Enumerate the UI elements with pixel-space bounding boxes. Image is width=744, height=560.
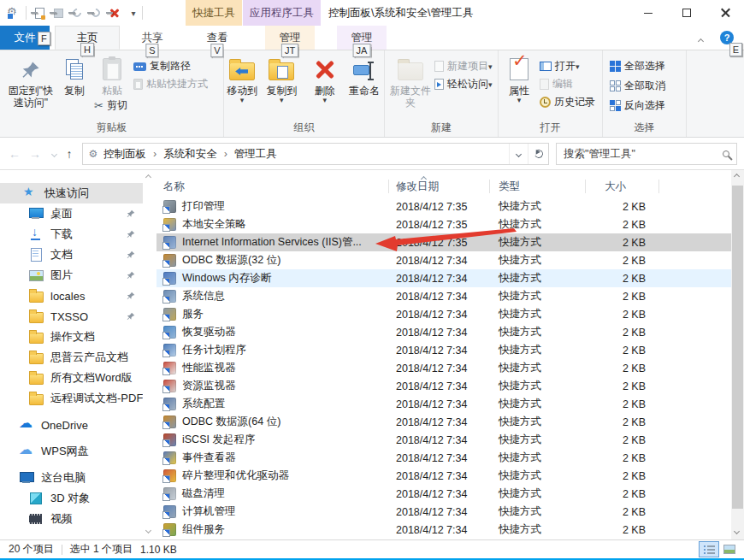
ribbon-tab[interactable]: 管理 JT — [265, 26, 315, 50]
table-row[interactable]: 任务计划程序 2018/4/12 7:34 快捷方式 2 KB — [156, 341, 731, 359]
app-icon[interactable] — [6, 6, 20, 20]
file-name: ODBC 数据源(64 位) — [182, 415, 280, 429]
sidebar-item-icon — [28, 206, 44, 221]
table-row[interactable]: 计算机管理 2018/4/12 7:34 快捷方式 2 KB — [156, 503, 731, 521]
back-button[interactable] — [5, 143, 24, 165]
table-row[interactable]: 组件服务 2018/4/12 7:34 快捷方式 2 KB — [156, 521, 731, 539]
sidebar-item[interactable]: locales — [0, 286, 143, 306]
table-row[interactable]: 打印管理 2018/4/12 7:35 快捷方式 2 KB — [156, 197, 731, 215]
table-row[interactable]: iSCSI 发起程序 2018/4/12 7:34 快捷方式 2 KB — [156, 431, 731, 449]
scrollbar-down[interactable] — [145, 528, 151, 533]
delete-button[interactable]: 删除 — [309, 52, 341, 125]
contextual-header-app-tools[interactable]: 应用程序工具 — [243, 0, 321, 26]
list-scrollbar[interactable] — [731, 170, 744, 539]
table-row[interactable]: 系统配置 2018/4/12 7:34 快捷方式 2 KB — [156, 395, 731, 413]
ribbon-tab[interactable]: 管理 JA — [337, 26, 387, 50]
table-row[interactable]: 事件查看器 2018/4/12 7:34 快捷方式 2 KB — [156, 449, 731, 467]
contextual-header-shortcut-tools[interactable]: 快捷工具 — [186, 0, 242, 26]
easy-access-button[interactable]: 轻松访问 — [434, 75, 493, 93]
cut-button[interactable]: 剪切 — [94, 97, 130, 115]
sidebar-item[interactable]: TXSSO — [0, 306, 143, 327]
column-header-date[interactable]: 修改日期 — [389, 175, 490, 197]
rename-button[interactable]: 重命名 — [345, 52, 384, 125]
file-size: 2 KB — [586, 524, 659, 536]
ribbon-collapse-button[interactable] — [699, 34, 703, 46]
table-row[interactable]: ODBC 数据源(64 位) 2018/4/12 7:34 快捷方式 2 KB — [156, 413, 731, 431]
paste-button[interactable]: 粘贴 — [94, 52, 130, 97]
history-button[interactable]: 历史记录 — [540, 93, 595, 111]
forward-button[interactable] — [26, 143, 44, 165]
table-row[interactable]: 恢复驱动器 2018/4/12 7:34 快捷方式 2 KB — [156, 323, 731, 341]
sidebar-item[interactable]: 桌面 — [0, 203, 143, 224]
select-all-button[interactable]: 全部选择 — [610, 57, 686, 75]
sidebar-item[interactable]: 所有文档Word版 — [0, 368, 143, 388]
sidebar-item[interactable]: 图片 — [0, 265, 143, 286]
table-row[interactable]: 磁盘清理 2018/4/12 7:34 快捷方式 2 KB — [156, 485, 731, 503]
view-thumbnail-button[interactable] — [719, 541, 740, 557]
open-button[interactable]: 打开 — [540, 57, 595, 75]
move-to-button[interactable]: 移动到 — [224, 52, 260, 125]
ribbon-tab[interactable]: 主页 H — [55, 26, 120, 50]
table-row[interactable]: 服务 2018/4/12 7:34 快捷方式 2 KB — [156, 305, 731, 323]
sidebar-item[interactable]: 远程调试文档-PDF版 — [0, 388, 143, 409]
new-item-button[interactable]: 新建项目 — [434, 57, 493, 75]
table-row[interactable]: 系统信息 2018/4/12 7:34 快捷方式 2 KB — [156, 287, 731, 305]
sidebar-item[interactable]: 操作文档 — [0, 327, 143, 347]
sidebar-item-label: 所有文档Word版 — [50, 370, 133, 386]
scrollbar-thumb[interactable] — [732, 186, 743, 509]
copy-button[interactable]: 复制 — [58, 52, 91, 125]
paste-shortcut-button[interactable]: 粘贴快捷方式 — [133, 75, 208, 93]
up-button[interactable] — [60, 143, 79, 165]
window-title: 控制面板\系统和安全\管理工具 — [328, 0, 473, 26]
properties-button[interactable]: 属性 — [502, 52, 536, 125]
column-header-type[interactable]: 类型 — [490, 175, 586, 197]
ribbon-tab[interactable]: 查看 V — [185, 26, 250, 50]
copy-to-button[interactable]: 复制到 — [263, 52, 299, 125]
minimize-button[interactable] — [629, 0, 667, 26]
scrollbar-up[interactable] — [734, 174, 740, 180]
new-folder-button[interactable]: 新建文件夹 — [390, 52, 431, 125]
file-type: 快捷方式 — [490, 379, 586, 393]
close-button[interactable] — [706, 0, 744, 26]
file-type: 快捷方式 — [490, 486, 586, 501]
file-tab[interactable]: 文件 F — [0, 26, 50, 50]
table-row[interactable]: 资源监视器 2018/4/12 7:34 快捷方式 2 KB — [156, 377, 731, 395]
pin-to-quick-access-button[interactable]: 固定到"快速访问" — [7, 52, 55, 125]
sidebar-item[interactable]: 快速访问 — [0, 183, 143, 203]
column-header-size[interactable]: 大小 — [586, 175, 659, 197]
address-bar[interactable]: 控制面板系统和安全管理工具 — [82, 143, 549, 165]
ribbon-tab[interactable]: 共享 S — [120, 26, 185, 50]
qat-customize-button[interactable] — [127, 6, 140, 20]
breadcrumb-item[interactable]: 控制面板 — [103, 147, 163, 162]
group-label-open: 打开 — [499, 121, 602, 135]
search-input[interactable] — [564, 148, 723, 160]
sidebar-item[interactable]: 3D 对象 — [0, 488, 143, 509]
view-details-button[interactable] — [699, 541, 719, 557]
select-none-button[interactable]: 全部取消 — [610, 77, 686, 95]
sidebar-item[interactable]: 视频 — [0, 509, 143, 529]
breadcrumb-item[interactable]: 系统和安全 — [163, 147, 234, 162]
edit-button[interactable]: 编辑 — [540, 75, 595, 93]
sidebar-item[interactable]: 下载 — [0, 224, 143, 245]
maximize-button[interactable] — [667, 0, 706, 26]
refresh-button[interactable] — [528, 144, 548, 164]
table-row[interactable]: 性能监视器 2018/4/12 7:34 快捷方式 2 KB — [156, 359, 731, 377]
sidebar-item[interactable]: WPS网盘 — [0, 441, 143, 462]
sidebar-item-label: 思普云产品文档 — [50, 350, 128, 365]
ribbon-group-clipboard: 固定到"快速访问" 复制 粘贴 剪切 复制路径 — [0, 50, 224, 137]
scrollbar-down[interactable] — [734, 528, 740, 534]
sidebar-item[interactable]: 文档 — [0, 245, 143, 265]
copy-path-button[interactable]: 复制路径 — [133, 57, 208, 75]
column-header-name[interactable]: 名称 — [156, 175, 389, 197]
scrollbar-up[interactable] — [145, 174, 151, 180]
invert-selection-button[interactable]: 反向选择 — [610, 97, 686, 115]
sidebar-scrollbar[interactable] — [143, 170, 156, 539]
address-dropdown-button[interactable] — [509, 144, 528, 164]
table-row[interactable]: 碎片整理和优化驱动器 2018/4/12 7:34 快捷方式 2 KB — [156, 467, 731, 485]
table-row[interactable]: Windows 内存诊断 2018/4/12 7:34 快捷方式 2 KB — [156, 269, 731, 287]
sidebar-item[interactable]: OneDrive — [0, 415, 143, 435]
sidebar-item[interactable]: 这台电脑 — [0, 468, 143, 488]
pin-icon — [127, 209, 135, 218]
breadcrumb-item[interactable]: 管理工具 — [234, 147, 291, 162]
sidebar-item[interactable]: 思普云产品文档 — [0, 347, 143, 368]
